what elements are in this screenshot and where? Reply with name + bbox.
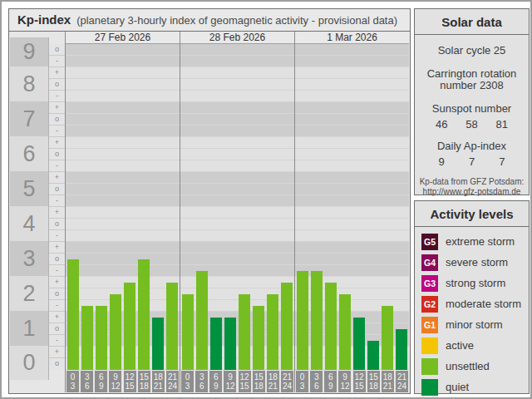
- day-bars-group: [295, 44, 409, 370]
- legend-label: strong storm: [446, 277, 505, 289]
- hour-label: 1215: [124, 371, 136, 392]
- y-axis-submarker: +: [49, 242, 65, 254]
- day-hour-labels: 0336699121215151818212124: [295, 370, 409, 392]
- legend-item: G3strong storm: [415, 273, 529, 293]
- y-axis-number: 4: [10, 206, 48, 241]
- kp-bar: [210, 318, 222, 370]
- hour-label: 03: [66, 371, 79, 392]
- sunspot-day3: 81: [487, 118, 517, 131]
- legend-swatch-unsettled: [421, 358, 438, 375]
- y-axis-number: 5: [10, 171, 48, 206]
- solar-data-title: Solar data: [415, 9, 529, 35]
- kp-bar: [267, 294, 278, 370]
- kp-bar: [152, 318, 164, 370]
- chart-title: Kp-index: [17, 12, 71, 27]
- legend-badge-g1: G1: [421, 317, 438, 333]
- kp-bar: [67, 259, 79, 370]
- y-axis-submarker: -: [49, 126, 65, 137]
- kp-bar: [96, 306, 107, 370]
- hour-label: 1518: [367, 371, 380, 392]
- y-axis-submarker: -: [49, 265, 65, 277]
- ap-day3: 7: [487, 155, 517, 168]
- legend-item: quiet: [415, 377, 529, 397]
- date-header: 1 Mar 2026: [295, 32, 409, 44]
- y-axis-submarker: o: [49, 323, 65, 335]
- y-axis-number: 7: [10, 101, 48, 136]
- legend-item: G1minor storm: [415, 314, 529, 335]
- hour-label: 36: [81, 371, 93, 392]
- kp-bar: [396, 329, 407, 370]
- kp-bar: [110, 294, 121, 370]
- kp-bar: [124, 283, 135, 370]
- hour-label: 36: [310, 371, 323, 392]
- hour-label: 1215: [353, 371, 366, 392]
- activity-legend: G5extreme stormG4severe stormG3strong st…: [415, 227, 529, 397]
- carrington-rotation-line1: Carrington rotation: [415, 68, 529, 80]
- hour-label: 2124: [281, 371, 293, 392]
- hour-label: 1215: [239, 371, 251, 392]
- kp-bar: [297, 271, 308, 370]
- day-bars-group: [180, 44, 294, 370]
- ap-day2: 7: [456, 155, 486, 168]
- legend-label: active: [446, 339, 474, 352]
- hour-label: 1518: [253, 371, 265, 392]
- legend-item: active: [415, 335, 529, 356]
- legend-badge-g5: G5: [421, 234, 438, 250]
- legend-label: severe storm: [446, 256, 508, 268]
- ap-index-values: 9 7 7: [426, 155, 517, 168]
- hour-label: 1821: [152, 371, 165, 392]
- y-axis-submarker: o: [49, 44, 65, 56]
- hour-label: 2124: [396, 371, 408, 392]
- legend-label: moderate storm: [446, 298, 521, 310]
- kp-bar: [239, 294, 250, 370]
- y-axis-number: 0: [10, 346, 48, 380]
- y-axis-number: 6: [10, 136, 48, 171]
- kp-bar: [253, 306, 264, 370]
- kp-bar: [339, 294, 351, 370]
- kp-bar: [166, 283, 178, 370]
- y-axis-submarker: o: [49, 114, 65, 126]
- date-header: 27 Feb 2026: [66, 32, 180, 44]
- day-bars-group: [66, 44, 180, 370]
- legend-label: quiet: [446, 381, 469, 393]
- legend-label: unsettled: [446, 360, 490, 372]
- hour-label: 36: [195, 371, 208, 392]
- legend-label: extreme storm: [446, 235, 515, 248]
- kp-index-dashboard: Kp-index(planetary 3-hourly index of geo…: [0, 0, 532, 399]
- ap-day1: 9: [426, 155, 456, 168]
- solar-cycle: Solar cycle 25: [415, 45, 529, 57]
- activity-levels-title: Activity levels: [415, 201, 529, 227]
- y-axis-submarker: o: [49, 254, 65, 265]
- kp-bar: [182, 294, 194, 370]
- y-axis-submarker: -: [49, 91, 65, 102]
- y-axis-submarker: o: [49, 358, 65, 370]
- hour-label: 1821: [267, 371, 279, 392]
- carrington-rotation-line2: number 2308: [415, 80, 529, 91]
- y-axis-thirds-column: o-+o-+o-+o-+o-+o-+o-+o-+o-+o: [49, 44, 65, 370]
- hour-label: 03: [296, 371, 308, 392]
- legend-label: minor storm: [446, 318, 503, 331]
- y-axis-submarker: o: [49, 79, 65, 91]
- x-axis-hour-labels: 0336699121215151818212124033669912121515…: [66, 370, 409, 392]
- y-axis-submarker: +: [49, 312, 65, 323]
- solar-data-panel: Solar data Solar cycle 25 Carrington rot…: [414, 8, 530, 195]
- y-axis-submarker: o: [49, 149, 65, 160]
- y-axis-number: 2: [10, 276, 48, 311]
- y-axis-submarker: -: [49, 56, 65, 67]
- legend-badge-g3: G3: [421, 275, 438, 292]
- hour-label: 1518: [138, 371, 150, 392]
- kp-bar: [325, 283, 337, 370]
- kp-bars-area: [66, 44, 409, 370]
- y-axis-submarker: +: [49, 347, 65, 358]
- data-source-url: http://www.gfz-potsdam.de: [415, 187, 529, 197]
- hour-label: 69: [209, 371, 222, 392]
- hour-label: 69: [324, 371, 337, 392]
- legend-swatch-quiet: [421, 379, 438, 396]
- y-axis-submarker: o: [49, 219, 65, 230]
- y-axis-submarker: o: [49, 288, 65, 300]
- kp-bar: [138, 259, 150, 370]
- y-axis-submarker: -: [49, 160, 65, 172]
- data-source-note: Kp-data from GFZ Potsdam: http://www.gfz…: [415, 177, 529, 197]
- chart-title-bar: Kp-index(planetary 3-hourly index of geo…: [9, 9, 410, 32]
- y-axis-submarker: +: [49, 172, 65, 184]
